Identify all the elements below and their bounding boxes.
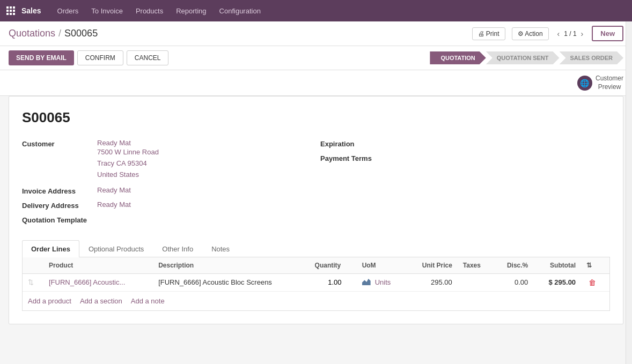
col-unit-price: Unit Price: [406, 257, 458, 274]
col-description: Description: [153, 257, 309, 274]
uom-label[interactable]: Units: [375, 278, 391, 286]
payment-terms-label: Payment Terms: [320, 153, 395, 162]
delete-cell: 🗑: [581, 273, 609, 292]
nav-configuration[interactable]: Configuration: [214, 0, 266, 21]
app-grid-icon[interactable]: [6, 6, 15, 15]
confirm-button[interactable]: CONFIRM: [77, 50, 123, 65]
delivery-address-label: Delivery Address: [22, 200, 97, 210]
customer-preview-bar: 🌐 CustomerPreview: [0, 70, 632, 96]
customer-preview-label: CustomerPreview: [596, 75, 623, 91]
tab-optional-products[interactable]: Optional Products: [79, 240, 153, 257]
svg-rect-6: [6, 13, 9, 15]
tab-notes[interactable]: Notes: [202, 240, 239, 257]
subtotal-cell: $ 295.00: [533, 273, 581, 292]
description-cell[interactable]: [FURN_6666] Acoustic Bloc Screens: [153, 273, 309, 292]
breadcrumb: Quotations / S00065: [9, 28, 98, 39]
customer-addr3: United States: [97, 169, 159, 181]
product-cell: [FURN_6666] Acoustic...: [43, 273, 153, 292]
col-uom: UoM: [357, 257, 407, 274]
nav-reporting[interactable]: Reporting: [171, 0, 211, 21]
breadcrumb-current: S00065: [64, 28, 98, 39]
add-note-link[interactable]: Add a note: [131, 297, 165, 305]
print-button[interactable]: 🖨 Print: [472, 27, 505, 40]
quotation-template-row: Quotation Template: [22, 215, 312, 224]
taxes-cell[interactable]: [458, 273, 494, 292]
svg-rect-0: [6, 6, 9, 9]
status-sales-order[interactable]: SALES ORDER: [560, 51, 623, 64]
svg-rect-3: [6, 10, 9, 12]
customer-field-row: Customer Ready Mat 7500 W Linne Road Tra…: [22, 139, 312, 180]
tabs: Order Lines Optional Products Other Info…: [22, 240, 610, 257]
quantity-input[interactable]: [315, 278, 342, 286]
col-subtotal: Subtotal: [533, 257, 581, 274]
svg-rect-1: [10, 6, 12, 9]
breadcrumb-separator: /: [58, 28, 61, 39]
right-panel: [626, 21, 632, 333]
invoice-address-label: Invoice Address: [22, 186, 97, 195]
invoice-address-value[interactable]: Ready Mat: [97, 186, 131, 194]
invoice-address-row: Invoice Address Ready Mat: [22, 186, 312, 195]
delete-row-button[interactable]: 🗑: [586, 278, 598, 287]
main-content: S00065 Customer Ready Mat 7500 W Linne R…: [0, 96, 632, 333]
nav-products[interactable]: Products: [130, 0, 168, 21]
customer-name[interactable]: Ready Mat: [97, 139, 159, 147]
nav-to-invoice[interactable]: To Invoice: [86, 0, 128, 21]
print-icon: 🖨: [478, 30, 484, 38]
svg-rect-2: [13, 6, 15, 9]
top-nav: Sales Orders To Invoice Products Reporti…: [0, 0, 632, 21]
order-number: S00065: [22, 109, 610, 126]
col-quantity: Quantity: [310, 257, 357, 274]
col-discount: Disc.%: [494, 257, 534, 274]
status-pipeline: QUOTATION QUOTATION SENT SALES ORDER: [430, 51, 623, 64]
delivery-address-row: Delivery Address Ready Mat: [22, 200, 312, 210]
status-quotation-sent[interactable]: QUOTATION SENT: [486, 51, 560, 64]
breadcrumb-parent[interactable]: Quotations: [9, 28, 55, 39]
cancel-button[interactable]: CANCEL: [127, 50, 169, 65]
form-card: S00065 Customer Ready Mat 7500 W Linne R…: [9, 96, 623, 324]
action-buttons-row: SEND BY EMAIL CONFIRM CANCEL QUOTATION Q…: [0, 46, 632, 70]
svg-rect-4: [10, 10, 12, 12]
tab-order-lines[interactable]: Order Lines: [22, 240, 79, 257]
header-bar: Quotations / S00065 🖨 Print ⚙ Action ‹ 1…: [0, 21, 632, 46]
globe-icon: 🌐: [577, 76, 592, 91]
product-link[interactable]: [FURN_6666] Acoustic...: [49, 278, 125, 286]
customer-preview-button[interactable]: 🌐 CustomerPreview: [577, 75, 623, 91]
gear-icon: ⚙: [518, 30, 524, 38]
tab-other-info[interactable]: Other Info: [153, 240, 202, 257]
nav-orders[interactable]: Orders: [52, 0, 84, 21]
action-button[interactable]: ⚙ Action: [512, 27, 549, 40]
tab-content-order-lines: Product Description Quantity UoM Unit Pr…: [22, 257, 610, 311]
unit-price-cell[interactable]: 295.00: [406, 273, 458, 292]
svg-rect-8: [13, 13, 15, 15]
col-product: Product: [43, 257, 153, 274]
customer-value: Ready Mat 7500 W Linne Road Tracy CA 953…: [97, 139, 159, 180]
uom-cell: Units: [357, 273, 407, 292]
left-buttons: SEND BY EMAIL CONFIRM CANCEL: [9, 50, 168, 65]
add-product-link[interactable]: Add a product: [28, 297, 71, 305]
form-right-col: Expiration Payment Terms: [320, 139, 610, 229]
new-button[interactable]: New: [592, 26, 623, 41]
table-row: ⇅ [FURN_6666] Acoustic... [FURN_6666] Ac…: [23, 273, 609, 292]
drag-cell[interactable]: ⇅: [23, 273, 43, 292]
quotation-template-label: Quotation Template: [22, 215, 97, 224]
pager-prev[interactable]: ‹: [555, 28, 562, 39]
customer-addr2: Tracy CA 95304: [97, 158, 159, 169]
quantity-cell: [310, 273, 357, 292]
customer-label: Customer: [22, 139, 97, 148]
pager-next[interactable]: ›: [579, 28, 586, 39]
order-table: Product Description Quantity UoM Unit Pr…: [23, 257, 609, 292]
svg-rect-5: [13, 10, 15, 12]
chart-icon: [362, 279, 371, 285]
header-actions: 🖨 Print ⚙ Action ‹ 1 / 1 › New: [472, 26, 624, 41]
form-section: Customer Ready Mat 7500 W Linne Road Tra…: [22, 139, 610, 229]
expiration-row: Expiration: [320, 139, 610, 148]
col-drag: [23, 257, 43, 274]
add-section-link[interactable]: Add a section: [80, 297, 122, 305]
send-email-button[interactable]: SEND BY EMAIL: [9, 50, 74, 65]
delivery-address-value[interactable]: Ready Mat: [97, 200, 131, 209]
column-adjust-icon[interactable]: ⇅: [586, 262, 592, 269]
status-quotation[interactable]: QUOTATION: [430, 51, 486, 64]
discount-cell[interactable]: 0.00: [494, 273, 534, 292]
svg-rect-7: [10, 13, 12, 15]
payment-terms-row: Payment Terms: [320, 153, 610, 162]
